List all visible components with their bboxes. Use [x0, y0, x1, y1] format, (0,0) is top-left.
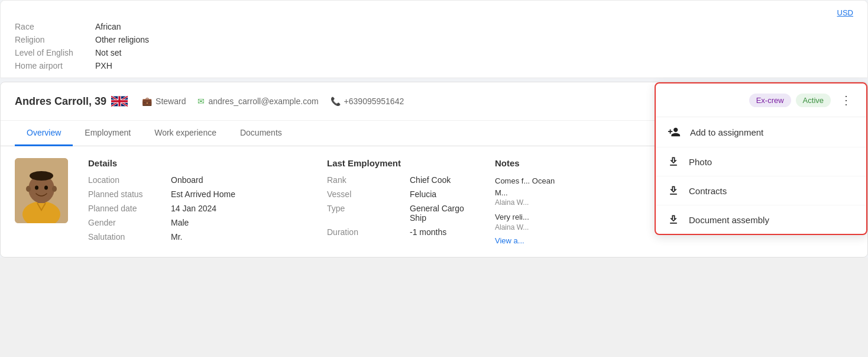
phone-item: 📞 +639095951642	[331, 97, 404, 106]
tab-employment[interactable]: Employment	[73, 121, 142, 146]
person-add-icon	[668, 126, 681, 139]
type-label: Type	[327, 204, 410, 223]
airport-row: Home airport PXH	[15, 61, 853, 70]
type-value: General Cargo Ship	[410, 204, 481, 223]
dropdown-overlay: Ex-crew Active ⋮ Add to assignment Photo	[655, 82, 867, 235]
name-text: Andres Carroll, 39	[15, 95, 106, 108]
profile-card: Andres Carroll, 39 💼 Steward ✉ andre	[0, 82, 868, 258]
tab-overview[interactable]: Overview	[15, 121, 73, 146]
duration-label: Duration	[327, 227, 410, 237]
add-to-assignment-item[interactable]: Add to assignment	[656, 117, 866, 147]
email-text: andres_carroll@example.com	[208, 97, 318, 106]
briefcase-icon: 💼	[142, 97, 152, 106]
photo-label: Photo	[689, 157, 712, 167]
dropdown-active-badge: Active	[796, 94, 831, 107]
airport-label: Home airport	[15, 61, 86, 70]
salutation-label: Salutation	[88, 232, 171, 242]
view-all-link[interactable]: View a...	[495, 236, 566, 245]
duration-value: -1 months	[410, 227, 481, 237]
english-row: Level of English Not set	[15, 48, 853, 57]
notes-title: Notes	[495, 158, 566, 168]
details-column: Details Location Onboard Planned status …	[88, 158, 313, 245]
last-employment-title: Last Employment	[327, 158, 481, 168]
job-title-item: 💼 Steward	[142, 97, 186, 106]
note-author-2: Alaina W...	[495, 223, 566, 231]
email-icon: ✉	[197, 97, 205, 106]
notes-column: Notes Comes f... Ocean M... Alaina W... …	[495, 158, 566, 245]
rank-label: Rank	[327, 175, 410, 185]
note-author-1: Alaina W...	[495, 198, 566, 207]
phone-icon: 📞	[331, 97, 341, 106]
race-value: African	[95, 22, 121, 31]
details-title: Details	[88, 158, 313, 168]
svg-point-5	[26, 186, 31, 192]
job-title-text: Steward	[156, 97, 186, 106]
svg-point-6	[52, 186, 57, 192]
dropdown-three-dots-button[interactable]: ⋮	[835, 91, 857, 110]
download-document-icon	[668, 214, 679, 226]
location-value: Onboard	[171, 175, 313, 185]
details-grid: Location Onboard Planned status Est Arri…	[88, 175, 313, 242]
race-row: Race African	[15, 22, 853, 31]
note-text-2: Very reli...	[495, 211, 566, 223]
planned-date-label: Planned date	[88, 204, 171, 213]
svg-point-9	[44, 186, 48, 190]
document-assembly-item[interactable]: Document assembly	[656, 205, 866, 234]
avatar-column	[15, 158, 74, 245]
phone-text: +639095951642	[344, 97, 404, 106]
religion-row: Religion Other religions	[15, 35, 853, 44]
planned-status-label: Planned status	[88, 189, 171, 199]
dropdown-ex-crew-badge: Ex-crew	[749, 94, 791, 107]
add-to-assignment-label: Add to assignment	[690, 127, 763, 137]
airport-value: PXH	[95, 61, 112, 70]
location-label: Location	[88, 175, 171, 185]
tab-documents[interactable]: Documents	[228, 121, 294, 146]
note-text-1: Comes f... Ocean M...	[495, 175, 566, 198]
photo-item[interactable]: Photo	[656, 147, 866, 176]
vessel-value: Felucia	[410, 189, 481, 199]
contracts-item[interactable]: Contracts	[656, 176, 866, 205]
note-entry-2: Very reli... Alaina W...	[495, 211, 566, 231]
gender-value: Male	[171, 218, 313, 227]
usd-link[interactable]: USD	[837, 8, 853, 17]
race-label: Race	[15, 22, 86, 31]
gender-label: Gender	[88, 218, 171, 227]
top-info-card: USD Race African Religion Other religion…	[0, 0, 868, 78]
profile-name: Andres Carroll, 39	[15, 95, 128, 108]
employment-grid: Rank Chief Cook Vessel Felucia Type Gene…	[327, 175, 481, 237]
tab-work-experience[interactable]: Work experience	[142, 121, 228, 146]
flag-icon	[111, 96, 128, 107]
english-value: Not set	[95, 48, 121, 57]
salutation-value: Mr.	[171, 232, 313, 242]
dropdown-header: Ex-crew Active ⋮	[656, 83, 866, 117]
contracts-label: Contracts	[689, 186, 727, 196]
person-photo	[15, 158, 68, 223]
avatar	[15, 158, 68, 223]
document-assembly-label: Document assembly	[689, 215, 769, 225]
planned-status-value: Est Arrived Home	[171, 189, 313, 199]
religion-value: Other religions	[95, 35, 149, 44]
email-item: ✉ andres_carroll@example.com	[197, 97, 318, 106]
english-label: Level of English	[15, 48, 86, 57]
note-entry-1: Comes f... Ocean M... Alaina W...	[495, 175, 566, 207]
planned-date-value: 14 Jan 2024	[171, 204, 313, 213]
download-contracts-icon	[668, 185, 679, 197]
profile-meta: 💼 Steward ✉ andres_carroll@example.com 📞…	[142, 97, 731, 106]
info-rows: Race African Religion Other religions Le…	[15, 22, 853, 70]
vessel-label: Vessel	[327, 189, 410, 199]
download-photo-icon	[668, 156, 679, 168]
svg-point-7	[30, 171, 53, 181]
religion-label: Religion	[15, 35, 86, 44]
rank-value: Chief Cook	[410, 175, 481, 185]
svg-point-8	[35, 186, 38, 190]
employment-column: Last Employment Rank Chief Cook Vessel F…	[327, 158, 481, 245]
